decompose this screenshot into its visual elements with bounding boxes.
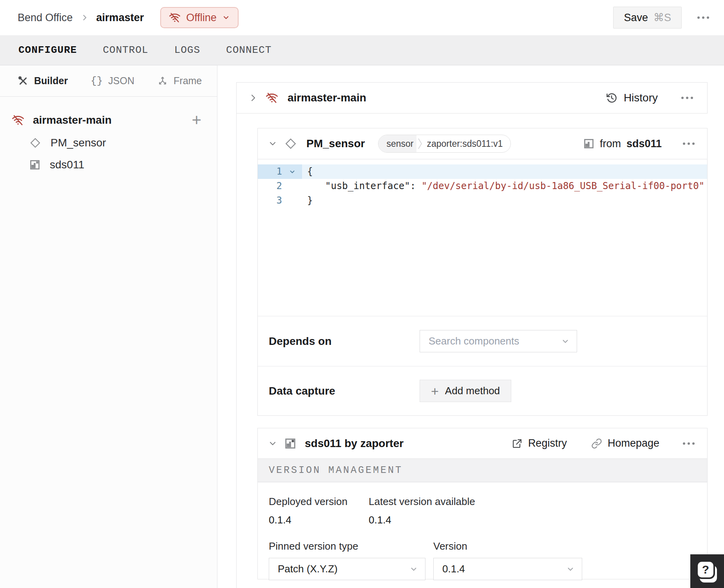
module-title: sds011 by zaporter [305, 437, 404, 450]
chevron-down-icon[interactable] [268, 139, 277, 148]
mode-frame[interactable]: Frame [157, 75, 202, 87]
tree-root-machine[interactable]: airmaster-main + [0, 108, 217, 132]
tab-logs[interactable]: LOGS [174, 44, 200, 56]
tab-control[interactable]: CONTROL [103, 44, 148, 56]
wifi-off-icon [169, 12, 181, 23]
content-area: Builder {} JSON Frame [0, 65, 724, 588]
deployed-version-value: 0.1.4 [269, 514, 369, 526]
from-module-link[interactable]: from sds011 [583, 138, 662, 150]
component-diamond-icon [284, 137, 297, 150]
registry-link[interactable]: Registry [512, 437, 567, 449]
tab-connect[interactable]: CONNECT [226, 44, 272, 56]
line-number: 3 [258, 193, 282, 208]
plus-icon: + [431, 384, 439, 398]
latest-version-value: 0.1.4 [369, 514, 391, 526]
version-select[interactable]: 0.1.4 [433, 558, 582, 580]
save-button[interactable]: Save ⌘S [613, 7, 682, 29]
module-icon [583, 138, 594, 149]
pinned-version-type-value: Patch (X.Y.Z) [278, 563, 409, 575]
breadcrumb-location[interactable]: Bend Office [18, 12, 73, 24]
chevron-down-icon [566, 565, 575, 574]
mode-json-label: JSON [108, 75, 134, 87]
history-button[interactable]: History [606, 92, 658, 104]
tools-icon [18, 76, 29, 87]
question-mark-icon: ? [696, 560, 715, 579]
pinned-version-type-select[interactable]: Patch (X.Y.Z) [269, 558, 425, 580]
tree-item-pm-sensor[interactable]: PM_sensor [0, 132, 217, 154]
homepage-link[interactable]: Homepage [591, 437, 659, 449]
module-card-menu[interactable] [681, 440, 697, 447]
chevron-down-icon [561, 337, 570, 346]
save-label: Save [624, 12, 648, 24]
json-key: "usb_interface" [325, 180, 410, 191]
mode-frame-label: Frame [174, 75, 202, 87]
code-line-1: 1 { [258, 164, 707, 179]
config-main-panel: airmaster-main History [217, 65, 724, 588]
main-tab-bar: CONFIGURE CONTROL LOGS CONNECT [0, 35, 724, 65]
mode-builder[interactable]: Builder [18, 75, 68, 87]
version-value: 0.1.4 [442, 563, 566, 575]
mode-json[interactable]: {} JSON [90, 75, 134, 87]
help-button[interactable]: ? [690, 554, 724, 588]
line-number: 1 [258, 164, 282, 179]
version-management-section-title: VERSION MANAGEMENT [258, 459, 707, 482]
machine-part-card: airmaster-main History [236, 82, 708, 114]
code-line-3: 3 } [258, 193, 707, 208]
from-target: sds011 [626, 138, 662, 150]
braces-icon: {} [90, 75, 103, 87]
module-icon [29, 159, 40, 170]
deployed-version-label: Deployed version [269, 496, 369, 508]
view-mode-switcher: Builder {} JSON Frame [0, 65, 217, 97]
latest-version-label: Latest version available [369, 496, 475, 508]
history-label: History [624, 92, 658, 104]
json-string-value: "/dev/serial/by-id/usb-1a86_USB_Serial-i… [422, 180, 704, 191]
badge-model: zaporter:sds011:v1 [424, 135, 510, 152]
frame-axes-icon [157, 76, 168, 87]
line-number: 2 [258, 179, 282, 193]
mode-builder-label: Builder [34, 75, 68, 87]
version-management-body: Deployed version Latest version availabl… [258, 482, 707, 580]
module-icon [284, 438, 296, 449]
add-method-label: Add method [445, 385, 500, 397]
module-card-sds011: sds011 by zaporter Registry [257, 428, 708, 579]
tree-root-label: airmaster-main [33, 114, 183, 126]
link-icon [591, 438, 602, 449]
depends-on-row: Depends on Search components [258, 316, 707, 366]
config-sidebar: Builder {} JSON Frame [0, 65, 217, 588]
json-colon: : [410, 180, 422, 191]
tree-item-sds011[interactable]: sds011 [0, 154, 217, 176]
data-capture-label: Data capture [269, 385, 420, 397]
chevron-down-icon [409, 565, 418, 574]
code-text: "usb_interface": "/dev/serial/by-id/usb-… [302, 179, 707, 193]
tree-item-label: PM_sensor [51, 137, 106, 149]
attributes-json-editor[interactable]: 1 { 2 "usb_interface": "/dev/serial/by-i… [258, 159, 707, 316]
chevron-right-icon[interactable] [248, 93, 258, 103]
code-line-2: 2 "usb_interface": "/dev/serial/by-id/us… [258, 179, 707, 193]
from-prefix: from [600, 138, 621, 150]
component-card-pm-sensor: PM_sensor sensor zaporter:sds011:v1 [257, 128, 708, 416]
component-type-badge: sensor zaporter:sds011:v1 [378, 135, 511, 153]
tab-configure[interactable]: CONFIGURE [18, 44, 77, 56]
depends-on-select[interactable]: Search components [420, 330, 577, 352]
component-card-menu[interactable] [681, 140, 697, 147]
machine-card-menu[interactable] [679, 94, 695, 101]
data-capture-row: Data capture + Add method [258, 366, 707, 415]
app-header: Bend Office airmaster Offline Save ⌘S [0, 0, 724, 35]
registry-label: Registry [528, 437, 567, 449]
nesting-connector-line [236, 114, 237, 588]
machine-status-dropdown[interactable]: Offline [160, 7, 239, 28]
header-overflow-menu[interactable] [695, 14, 711, 21]
add-component-button[interactable]: + [192, 112, 201, 128]
add-method-button[interactable]: + Add method [420, 380, 511, 402]
breadcrumb-machine-name: airmaster [96, 12, 144, 24]
wifi-off-icon [12, 114, 24, 126]
badge-divider-chevron-icon [416, 137, 424, 150]
badge-type: sensor [378, 135, 416, 152]
tree-item-label: sds011 [50, 159, 84, 171]
fold-chevron-icon[interactable] [282, 164, 302, 179]
module-card-header: sds011 by zaporter Registry [258, 428, 707, 459]
component-card-header: PM_sensor sensor zaporter:sds011:v1 [258, 128, 707, 159]
external-link-icon [512, 438, 523, 449]
chevron-down-icon[interactable] [268, 439, 277, 448]
code-text: } [302, 193, 707, 208]
